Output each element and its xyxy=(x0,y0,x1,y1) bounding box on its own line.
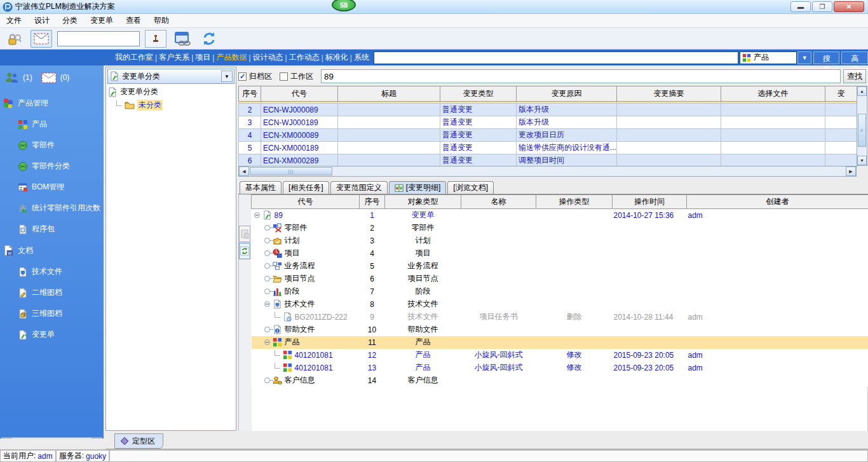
window-link-button[interactable] xyxy=(172,30,193,48)
refresh-detail-button[interactable] xyxy=(239,243,250,259)
nav-item-客户关系[interactable]: 客户关系 xyxy=(157,52,191,63)
sidebar-group-文档[interactable]: W文档 xyxy=(0,240,104,261)
lock-icon[interactable] xyxy=(4,30,25,48)
table-vertical-scrollbar[interactable]: ▲ ≡ ▼ xyxy=(857,86,867,166)
node-code[interactable]: 产品 xyxy=(285,337,300,348)
detail-tree-row[interactable]: 阶段7阶段 xyxy=(252,285,868,298)
menu-item-设计[interactable]: 设计 xyxy=(28,14,56,27)
scroll-up-button[interactable]: ▲ xyxy=(857,86,867,96)
node-code[interactable]: 401201081 xyxy=(295,351,333,360)
tree-expander[interactable] xyxy=(264,377,270,383)
search-type-dropdown-button[interactable]: ▼ xyxy=(797,51,811,64)
table-row[interactable]: 4ECN-XM000089普通变更更改项目日历 xyxy=(239,129,857,142)
search-button[interactable]: 搜索 xyxy=(813,51,840,64)
workarea-checkbox[interactable] xyxy=(280,72,288,81)
node-code[interactable]: 89 xyxy=(275,211,283,220)
menu-item-分类[interactable]: 分类 xyxy=(56,14,84,27)
tab-变更明细[interactable]: [变更明细] xyxy=(389,181,447,194)
detail-tree-row[interactable]: 40120108113产品小旋风-回斜式修改2015-09-23 20:05ad… xyxy=(252,362,868,374)
find-button[interactable]: 查找 xyxy=(843,69,866,83)
sidebar-item-零部件分类[interactable]: 零部件分类 xyxy=(0,156,104,177)
menu-item-查看[interactable]: 查看 xyxy=(119,14,147,27)
column-header-代号[interactable]: 代号 xyxy=(252,195,360,209)
node-code[interactable]: 零部件 xyxy=(285,222,308,233)
column-header-名称[interactable]: 名称 xyxy=(461,195,536,209)
node-code[interactable]: 401201081 xyxy=(295,363,333,372)
tab-dingxingqu[interactable]: 定型区 xyxy=(114,433,163,449)
column-header-选择文件[interactable]: 选择文件 xyxy=(721,86,825,102)
tree-node-unclassified[interactable]: 未分类 xyxy=(115,99,236,112)
tree-expander[interactable] xyxy=(264,301,270,307)
node-code[interactable]: 业务流程 xyxy=(285,261,315,271)
node-code[interactable]: 计划 xyxy=(285,235,300,246)
column-header-序号[interactable]: 序号 xyxy=(360,195,385,209)
tab-相关任务[interactable]: [相关任务] xyxy=(283,181,329,194)
nav-item-产品数据[interactable]: 产品数据 xyxy=(214,52,248,63)
menu-item-变更单[interactable]: 变更单 xyxy=(84,14,119,27)
scroll-right-button[interactable]: ▶ xyxy=(92,438,102,438)
tree-expander[interactable] xyxy=(264,225,270,231)
restore-button[interactable]: ❐ xyxy=(812,1,832,12)
node-code[interactable]: 帮助文件 xyxy=(285,324,315,335)
column-header-代号[interactable]: 代号 xyxy=(261,86,338,102)
minimize-button[interactable]: ▬ xyxy=(790,1,811,12)
mail-button[interactable] xyxy=(31,30,52,48)
node-code[interactable]: 项目 xyxy=(285,248,300,259)
tree-root-node[interactable]: 变更单分类 xyxy=(106,85,236,99)
nav-item-我的工作室[interactable]: 我的工作室 xyxy=(113,52,155,63)
category-combo[interactable]: 变更单分类 ▼ xyxy=(107,69,234,84)
column-header-序号[interactable]: 序号 xyxy=(239,86,261,102)
column-header-标题[interactable]: 标题 xyxy=(338,86,440,102)
table-row[interactable]: 3ECN-WJ000189普通变更版本升级 xyxy=(239,116,857,129)
detail-tree-row[interactable]: 技术文件8技术文件 xyxy=(252,298,868,311)
scrollbar-thumb[interactable]: ≡ xyxy=(858,114,866,147)
node-code[interactable]: 客户信息 xyxy=(285,375,315,386)
node-code[interactable]: 技术文件 xyxy=(285,299,315,309)
sidebar-item-产品[interactable]: 产品 xyxy=(0,114,104,135)
sidebar-item-BOM管理[interactable]: BOM管理 xyxy=(0,177,104,198)
detail-tree-row[interactable]: 项目4项目 xyxy=(252,247,868,260)
tree-expander[interactable] xyxy=(264,327,270,332)
nav-item-系统[interactable]: 系统 xyxy=(352,52,371,63)
mail-icon[interactable] xyxy=(41,72,57,83)
sidebar-item-二维图档[interactable]: 二维图档 xyxy=(0,282,104,303)
tree-expander[interactable] xyxy=(264,238,270,243)
tree-expander[interactable] xyxy=(254,212,260,218)
node-code[interactable]: BG2011ZD-222 xyxy=(295,313,348,322)
column-header-变更摘要[interactable]: 变更摘要 xyxy=(617,86,721,102)
detail-tree-row[interactable]: 产品11产品 xyxy=(252,336,868,349)
sidebar-item-程序包[interactable]: 程序包 xyxy=(0,219,104,240)
refresh-button[interactable] xyxy=(198,30,220,48)
table-row[interactable]: 2ECN-WJ000089普通变更版本升级 xyxy=(239,104,857,116)
scroll-down-button[interactable]: ▼ xyxy=(857,156,867,165)
chevron-down-icon[interactable]: ▼ xyxy=(221,71,233,82)
users-icon[interactable] xyxy=(5,72,19,83)
sidebar-group-产品管理[interactable]: 产品管理 xyxy=(0,92,104,114)
sidebar-item-技术文件[interactable]: 技术文件 xyxy=(0,261,104,282)
nav-item-标准化[interactable]: 标准化 xyxy=(323,52,350,63)
detail-tree-row[interactable]: 40120108112产品小旋风-回斜式修改2015-09-23 20:05ad… xyxy=(252,349,868,362)
table-row[interactable]: 5ECN-XM000189普通变更输送带供应商的设计没有通... xyxy=(239,142,857,154)
close-button[interactable]: ✕ xyxy=(834,1,864,12)
scroll-left-button[interactable]: ◀ xyxy=(2,438,12,438)
node-code[interactable]: 项目节点 xyxy=(285,273,315,284)
table-horizontal-scrollbar[interactable]: ◀ ||| ▶ xyxy=(238,166,857,177)
scroll-left-button[interactable]: ◀ xyxy=(239,166,249,176)
search-type-combo[interactable]: 产品 xyxy=(740,51,797,64)
nav-search-input[interactable] xyxy=(374,51,738,64)
advanced-search-button[interactable]: 高级 xyxy=(841,51,868,64)
detail-tree-row[interactable]: 计划3计划 xyxy=(252,234,868,247)
nav-item-工作动态[interactable]: 工作动态 xyxy=(287,52,322,63)
tab-浏览文档[interactable]: [浏览文档] xyxy=(447,181,494,194)
tab-基本属性[interactable]: 基本属性 xyxy=(240,181,281,194)
sidebar-item-零部件[interactable]: 零部件 xyxy=(0,135,104,156)
menu-item-文件[interactable]: 文件 xyxy=(0,14,28,27)
sidebar-horizontal-scrollbar[interactable]: ◀ ||| ▶ xyxy=(1,437,102,438)
nav-item-设计动态[interactable]: 设计动态 xyxy=(251,52,285,63)
column-header-变更原因[interactable]: 变更原因 xyxy=(517,86,617,102)
tab-变更范围定义[interactable]: 变更范围定义 xyxy=(330,181,388,194)
sidebar-item-三维图档[interactable]: 三维图档 xyxy=(0,303,104,324)
archive-checkbox[interactable]: ✓ xyxy=(238,72,247,81)
detail-tree-row[interactable]: 业务流程5业务流程 xyxy=(252,260,868,273)
column-header-操作类型[interactable]: 操作类型 xyxy=(536,195,613,209)
